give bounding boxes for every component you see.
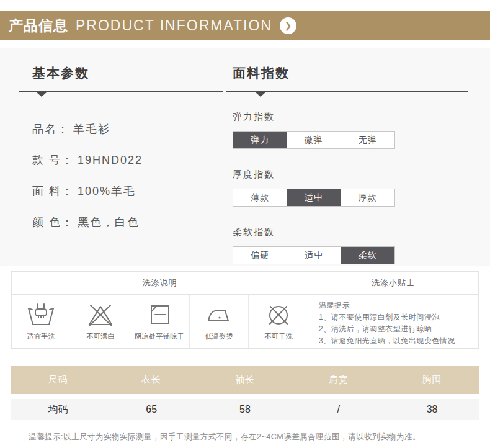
wash-icon-label: 不可漂白: [86, 331, 115, 341]
parameters-panel: 基本参数 品名：羊毛衫 款 号：19HND022 面 料：100%羊毛 颜 色：…: [0, 48, 490, 266]
size-table-header: 尺码衣长袖长肩宽胸围: [11, 366, 479, 394]
wash-icon-label: 低温熨烫: [205, 331, 233, 341]
wash-cell-low-iron: 低温熨烫: [189, 295, 249, 348]
param-label: 颜 色：: [32, 216, 74, 228]
hand-wash-icon: [27, 302, 55, 327]
param-row-model: 款 号：19HND022: [32, 153, 223, 168]
product-information-page: 产品信息 PRODUCT INFORMATION ❯ 基本参数 品名：羊毛衫 款…: [0, 0, 490, 448]
fabric-index-label: 柔软指数: [233, 226, 468, 238]
wash-icon-label: 阴凉处平铺晾干: [135, 331, 185, 341]
no-dry-clean-icon: [264, 302, 293, 327]
param-row-material: 面 料：100%羊毛: [32, 184, 223, 199]
size-header-cell: 衣长: [105, 366, 198, 394]
measurement-note: 温馨提示:以上尺寸为实物实际测量，因手工测量方式不同，存在2~4CM误差属合理范…: [29, 432, 421, 442]
fabric-index-option: 无弹: [341, 132, 394, 148]
size-table-row: 均码6558/38: [11, 399, 479, 420]
param-label: 面 料：: [32, 185, 74, 197]
size-value-cell: 58: [198, 399, 292, 420]
fabric-index-option: 弹力: [233, 132, 287, 148]
fabric-index-label: 厚度指数: [233, 169, 468, 181]
size-value-cell: /: [292, 399, 385, 420]
basic-parameters-column: 基本参数 品名：羊毛衫 款 号：19HND022 面 料：100%羊毛 颜 色：…: [19, 48, 223, 246]
washing-instructions-section: 洗涤说明 适宜手洗: [12, 272, 308, 348]
wash-cell-no-dry-clean: 不可干洗: [248, 295, 308, 348]
size-header-cell: 胸围: [385, 366, 479, 394]
low-temp-iron-icon: [205, 302, 233, 327]
no-bleach-icon: [86, 302, 115, 327]
fabric-index-label: 弹力指数: [233, 111, 468, 123]
param-value: 19HND022: [78, 154, 143, 166]
fabric-index-option: 柔软: [341, 247, 394, 264]
fabric-index-groups: 弹力指数弹力微弹无弹厚度指数薄款适中厚款柔软指数偏硬适中柔软: [226, 111, 468, 264]
fabric-index-group: 柔软指数偏硬适中柔软: [233, 226, 468, 264]
wash-cell-dry-flat: 阴凉处平铺晾干: [130, 295, 189, 348]
washing-tip-line: 1、请不要使用漂白剂及长时间浸泡: [319, 311, 478, 323]
basic-parameters-heading: 基本参数: [32, 65, 223, 82]
size-header-cell: 尺码: [11, 366, 105, 394]
fabric-index-group: 厚度指数薄款适中厚款: [233, 169, 468, 207]
fabric-index-bar: 薄款适中厚款: [233, 189, 395, 207]
param-value: 黑色，白色: [78, 216, 140, 228]
size-value-cell: 38: [385, 399, 479, 420]
washing-tips-header: 洗涤小贴士: [308, 272, 478, 295]
chevron-right-icon: ❯: [280, 17, 296, 34]
param-value: 羊毛衫: [73, 123, 110, 135]
heading-rule: [226, 91, 468, 92]
wash-cell-no-bleach: 不可漂白: [71, 295, 130, 348]
fabric-index-bar: 弹力微弹无弹: [233, 131, 395, 149]
fabric-index-option: 适中: [287, 189, 341, 206]
fabric-index-option: 微弹: [287, 132, 340, 148]
fabric-index-option: 薄款: [233, 189, 287, 206]
size-header-cell: 肩宽: [292, 366, 385, 394]
washing-tips-section: 洗涤小贴士 温馨提示1、请不要使用漂白剂及长时间浸泡2、清洗后，请调整衣型进行晾…: [308, 272, 478, 348]
fabric-index-option: 适中: [287, 247, 341, 264]
fabric-index-heading: 面料指数: [233, 65, 468, 82]
heading-rule: [19, 91, 223, 92]
section-title-bar: 产品信息 PRODUCT INFORMATION ❯: [0, 11, 490, 40]
size-value-cell: 65: [105, 399, 198, 420]
washing-instructions-header: 洗涤说明: [12, 272, 308, 295]
size-header-cell: 袖长: [198, 366, 292, 394]
washing-table: 洗涤说明 适宜手洗: [11, 271, 479, 349]
fabric-index-group: 弹力指数弹力微弹无弹: [233, 111, 468, 149]
wash-icon-label: 不可干洗: [264, 331, 293, 341]
triangle-marker-icon: [255, 92, 266, 97]
washing-tip-line: 温馨提示: [319, 300, 478, 311]
size-value-cell: 均码: [11, 399, 105, 420]
washing-tips-list: 温馨提示1、请不要使用漂白剂及长时间浸泡2、清洗后，请调整衣型进行晾晒3、请避免…: [308, 295, 478, 348]
param-label: 品名：: [32, 123, 69, 135]
washing-tip-line: 2、清洗后，请调整衣型进行晾晒: [319, 323, 478, 335]
param-value: 100%羊毛: [78, 185, 136, 197]
triangle-marker-icon: [36, 92, 47, 97]
basic-parameters-list: 品名：羊毛衫 款 号：19HND022 面 料：100%羊毛 颜 色：黑色，白色: [19, 92, 223, 230]
fabric-index-column: 面料指数 弹力指数弹力微弹无弹厚度指数薄款适中厚款柔软指数偏硬适中柔软: [226, 48, 468, 264]
fabric-index-option: 厚款: [341, 189, 394, 206]
wash-cell-hand-wash: 适宜手洗: [12, 295, 71, 348]
fabric-index-option: 偏硬: [233, 247, 287, 264]
washing-icons-row: 适宜手洗 不可漂白: [12, 295, 308, 348]
param-row-color: 颜 色：黑色，白色: [32, 215, 223, 230]
fabric-index-bar: 偏硬适中柔软: [233, 246, 395, 264]
param-label: 款 号：: [32, 154, 74, 166]
wash-icon-label: 适宜手洗: [27, 331, 55, 341]
washing-tip-line: 3、请避免阳光直晒，以免出现变色情况: [319, 335, 478, 347]
section-title-en: PRODUCT INFORMATION: [76, 17, 272, 34]
dry-flat-in-shade-icon: [145, 302, 174, 327]
param-row-name: 品名：羊毛衫: [32, 122, 223, 137]
section-title-cn: 产品信息: [9, 16, 68, 35]
